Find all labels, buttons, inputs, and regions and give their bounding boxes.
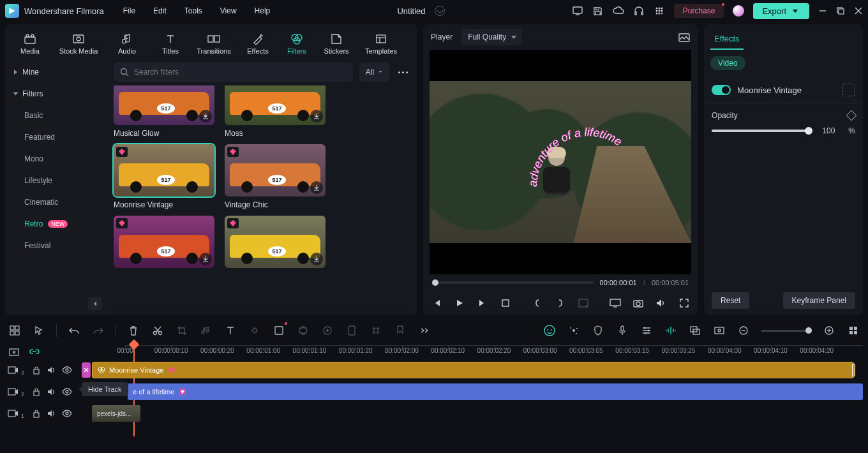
search-input[interactable] (134, 68, 347, 77)
effect-toggle[interactable] (712, 85, 731, 95)
search-box[interactable] (114, 63, 353, 82)
hide-track-button[interactable] (62, 365, 72, 375)
audio-mixer-icon[interactable] (640, 323, 654, 338)
marker-icon[interactable] (393, 323, 407, 338)
fit-timeline-button[interactable] (846, 323, 860, 338)
timeline-ruler[interactable]: 00:0000:00:00:1000:00:00:2000:00:01:0000… (125, 345, 863, 358)
screen-icon[interactable] (572, 5, 583, 17)
next-frame-button[interactable] (475, 296, 490, 310)
hide-track-button[interactable] (62, 387, 72, 397)
filter-scope-dropdown[interactable]: All (359, 63, 389, 82)
download-icon[interactable] (199, 253, 212, 265)
tab-transitions[interactable]: Transitions (190, 28, 237, 57)
sidebar-sub-cinematic[interactable]: Cinematic (5, 191, 107, 213)
minimize-button[interactable] (818, 6, 827, 15)
snapshot-icon[interactable] (678, 32, 690, 42)
sidebar-sub-festival[interactable]: Festival (5, 235, 107, 256)
scrub-bar[interactable] (432, 281, 593, 284)
more-tools-button[interactable] (417, 323, 431, 338)
mic-icon[interactable] (615, 323, 629, 338)
add-track-button[interactable] (8, 345, 20, 358)
stop-button[interactable] (498, 296, 513, 310)
grid-settings-icon[interactable] (369, 323, 383, 338)
keyframe-panel-button[interactable]: Keyframe Panel (783, 292, 855, 309)
download-icon[interactable] (199, 110, 212, 123)
filter-thumb[interactable]: 517 (114, 216, 214, 268)
tab-stickers[interactable]: Stickers (317, 28, 356, 57)
mask-icon[interactable] (345, 323, 359, 338)
filter-thumb-moonrise-vintage[interactable]: 517 (114, 144, 214, 197)
save-icon[interactable] (592, 5, 604, 17)
sidebar-item-mine[interactable]: Mine (5, 61, 107, 83)
play-button[interactable] (453, 296, 467, 310)
video-subtab[interactable]: Video (710, 56, 745, 70)
effects-sparkle-icon[interactable] (567, 323, 581, 338)
lock-track-button[interactable] (31, 387, 41, 397)
video-clip[interactable]: pexels-jds... (92, 405, 140, 422)
cut-button[interactable] (151, 323, 165, 338)
quality-dropdown[interactable]: Full Quality (461, 29, 521, 45)
sidebar-sub-mono[interactable]: Mono (5, 148, 107, 170)
tab-titles[interactable]: Titles (152, 28, 189, 57)
sidebar-item-filters[interactable]: Filters (5, 83, 107, 105)
cloud-sync-icon[interactable] (435, 6, 445, 16)
filter-thumb[interactable]: 517 (114, 85, 214, 125)
link-tracks-button[interactable] (28, 345, 41, 358)
color-wheel-icon[interactable] (320, 323, 334, 338)
track-type-icon[interactable] (8, 408, 18, 419)
menu-view[interactable]: View (220, 6, 237, 15)
maximize-button[interactable] (836, 6, 845, 15)
effect-clip-handle[interactable] (82, 362, 91, 378)
tab-filters[interactable]: Filters (278, 28, 315, 57)
mark-in-button[interactable] (530, 296, 544, 310)
effect-reset-icon[interactable] (842, 84, 855, 96)
prev-frame-button[interactable] (430, 296, 444, 310)
title-clip[interactable]: e of a lifetime (128, 383, 863, 400)
export-button[interactable]: Export (753, 3, 809, 19)
download-icon[interactable] (310, 110, 323, 123)
mute-track-button[interactable] (47, 408, 57, 419)
camera-icon[interactable] (631, 296, 645, 310)
sidebar-sub-lifestyle[interactable]: Lifestyle (5, 170, 107, 191)
user-avatar[interactable] (733, 5, 744, 17)
mark-out-button[interactable] (553, 296, 567, 310)
zoom-slider[interactable] (761, 330, 812, 332)
opacity-value[interactable]: 100 (815, 126, 842, 135)
pointer-tool-icon[interactable] (32, 323, 46, 338)
delete-button[interactable] (126, 323, 140, 338)
zoom-out-button[interactable] (737, 323, 751, 338)
effects-tab[interactable]: Effects (710, 29, 744, 50)
reset-button[interactable]: Reset (712, 292, 749, 309)
tab-media[interactable]: Media (6, 28, 54, 57)
beat-detect-icon[interactable] (664, 323, 678, 338)
volume-button[interactable] (654, 296, 668, 310)
download-icon[interactable] (310, 181, 323, 194)
music-edit-icon[interactable] (199, 323, 213, 338)
tab-stock-media[interactable]: Stock Media (55, 28, 102, 57)
mute-track-button[interactable] (47, 387, 57, 397)
hide-track-button[interactable] (62, 408, 72, 419)
headphones-icon[interactable] (633, 5, 645, 17)
tab-effects[interactable]: Effects (239, 28, 277, 57)
download-icon[interactable] (310, 253, 323, 265)
preview-viewport[interactable]: adventure of a lifetime (430, 50, 691, 274)
text-tool-icon[interactable] (223, 323, 237, 338)
close-button[interactable] (854, 6, 863, 15)
player-tab[interactable]: Player (431, 33, 453, 41)
lock-track-button[interactable] (31, 365, 41, 375)
crop-view-button[interactable] (576, 296, 590, 310)
sidebar-collapse-button[interactable] (88, 297, 102, 310)
track-type-icon[interactable] (8, 365, 18, 375)
filter-thumb[interactable]: 517 (225, 85, 326, 125)
undo-button[interactable] (67, 323, 81, 338)
tab-audio[interactable]: Audio (103, 28, 151, 57)
color-sync-icon[interactable] (296, 323, 310, 338)
opacity-slider[interactable] (712, 130, 809, 132)
effect-clip[interactable]: Moonrise Vintage (92, 362, 854, 378)
menu-help[interactable]: Help (255, 6, 271, 15)
fullscreen-button[interactable] (677, 296, 691, 310)
cloud-icon[interactable] (613, 5, 624, 17)
sidebar-sub-featured[interactable]: Featured (5, 126, 107, 148)
filter-thumb[interactable]: 517 (225, 216, 326, 268)
purchase-button[interactable]: Purchase (674, 4, 724, 18)
